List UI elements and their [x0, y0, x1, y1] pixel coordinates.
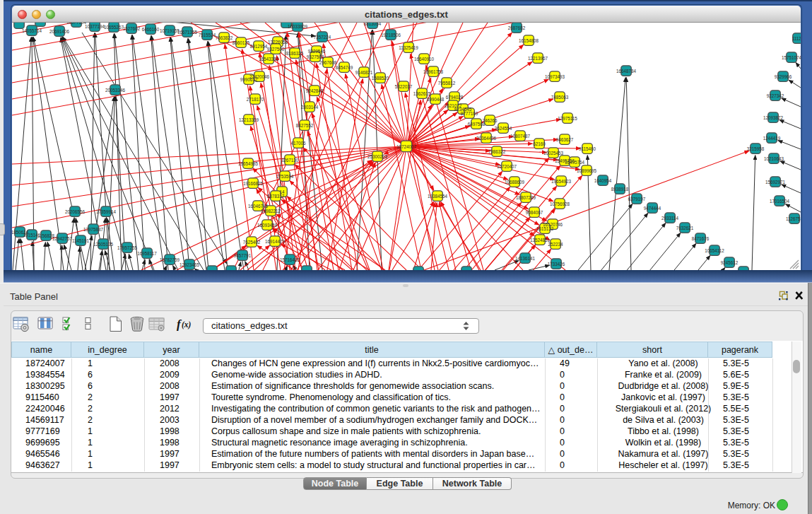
svg-text:16046745: 16046745 — [248, 204, 269, 209]
svg-text:12942757: 12942757 — [52, 236, 73, 241]
svg-text:417006: 417006 — [290, 141, 306, 146]
svg-text:1753594: 1753594 — [276, 174, 294, 179]
svg-text:8454749: 8454749 — [336, 65, 353, 70]
svg-text:16640910: 16640910 — [414, 57, 435, 62]
svg-text:15720407: 15720407 — [497, 164, 517, 169]
svg-text:25300203: 25300203 — [367, 154, 388, 159]
svg-text:9463627: 9463627 — [556, 137, 574, 142]
svg-text:1145191: 1145191 — [72, 238, 90, 243]
svg-text:10899695: 10899695 — [577, 168, 597, 173]
svg-text:14055714: 14055714 — [22, 28, 42, 33]
svg-text:10377194: 10377194 — [66, 23, 87, 25]
svg-text:16033809: 16033809 — [288, 24, 308, 29]
svg-text:12213369: 12213369 — [239, 117, 259, 122]
svg-text:7663822: 7663822 — [216, 35, 233, 40]
svg-text:8878317: 8878317 — [267, 194, 285, 199]
svg-text:6794028: 6794028 — [446, 95, 464, 100]
svg-text:16648784: 16648784 — [616, 69, 637, 74]
svg-text:8471676: 8471676 — [692, 236, 710, 241]
svg-text:19166825: 19166825 — [243, 181, 264, 186]
svg-text:15751074: 15751074 — [782, 55, 801, 60]
svg-text:62160: 62160 — [533, 141, 546, 146]
svg-text:11325419: 11325419 — [399, 45, 418, 50]
svg-text:9777169: 9777169 — [461, 111, 478, 116]
svg-text:1244419: 1244419 — [763, 136, 781, 141]
svg-text:20206556: 20206556 — [65, 209, 86, 214]
svg-text:16093459: 16093459 — [257, 223, 278, 228]
svg-text:16543382: 16543382 — [259, 57, 279, 62]
svg-text:7625402: 7625402 — [243, 240, 261, 245]
svg-text:6379197: 6379197 — [628, 197, 646, 201]
svg-text:11128: 11128 — [792, 36, 801, 41]
svg-text:12505135: 12505135 — [93, 242, 114, 247]
svg-text:12213967: 12213967 — [528, 56, 548, 61]
svg-text:15692971: 15692971 — [765, 180, 786, 185]
svg-text:1588520: 1588520 — [372, 76, 389, 81]
svg-text:19218506: 19218506 — [381, 33, 401, 37]
svg-text:2967608: 2967608 — [319, 60, 337, 65]
svg-text:10025453: 10025453 — [543, 151, 564, 156]
svg-text:7955812: 7955812 — [438, 81, 456, 86]
svg-text:16671355: 16671355 — [177, 30, 198, 35]
svg-text:9990612: 9990612 — [240, 77, 258, 82]
svg-text:746266: 746266 — [482, 118, 498, 123]
svg-text:9084067: 9084067 — [526, 210, 543, 215]
svg-text:1733426: 1733426 — [548, 262, 565, 267]
svg-text:3624554: 3624554 — [495, 126, 512, 131]
svg-text:10377194: 10377194 — [85, 24, 105, 29]
svg-text:12093872: 12093872 — [763, 115, 784, 120]
svg-text:19384554: 19384554 — [428, 194, 448, 199]
svg-text:8660125: 8660125 — [233, 40, 250, 45]
svg-text:8990448: 8990448 — [427, 97, 445, 102]
svg-text:8427552: 8427552 — [296, 123, 314, 128]
svg-text:9329546: 9329546 — [308, 49, 326, 54]
svg-text:8912954: 8912954 — [250, 44, 268, 49]
svg-text:12975115: 12975115 — [558, 116, 577, 121]
svg-text:18724007: 18724007 — [396, 144, 417, 149]
svg-text:16914479: 16914479 — [265, 239, 286, 244]
svg-text:7632621: 7632621 — [676, 226, 694, 230]
svg-text:17359914: 17359914 — [96, 209, 117, 214]
svg-text:252234: 252234 — [548, 242, 563, 247]
svg-text:20053346: 20053346 — [105, 88, 126, 93]
svg-text:10655267: 10655267 — [104, 25, 124, 30]
svg-text:18807249: 18807249 — [516, 195, 536, 200]
svg-text:14136141: 14136141 — [515, 256, 536, 261]
svg-text:3267130: 3267130 — [281, 158, 299, 163]
svg-text:13226058: 13226058 — [268, 40, 288, 45]
svg-text:2933114: 2933114 — [661, 216, 679, 221]
svg-text:7986322: 7986322 — [488, 149, 506, 154]
svg-text:12923465: 12923465 — [180, 262, 200, 267]
svg-text:20364436: 20364436 — [476, 136, 497, 141]
svg-text:1640954: 1640954 — [594, 178, 612, 183]
svg-text:9242848: 9242848 — [306, 88, 324, 93]
svg-text:17016504: 17016504 — [770, 199, 790, 204]
svg-text:9327500: 9327500 — [267, 47, 285, 52]
svg-text:13975887: 13975887 — [83, 227, 104, 232]
svg-text:3215958: 3215958 — [747, 146, 765, 151]
svg-text:20691406: 20691406 — [49, 29, 70, 34]
svg-text:16782759: 16782759 — [160, 257, 180, 262]
svg-text:7515524: 7515524 — [199, 33, 216, 37]
svg-text:5322037: 5322037 — [395, 84, 413, 89]
svg-text:10973493: 10973493 — [545, 74, 565, 79]
svg-text:10807487: 10807487 — [510, 134, 531, 139]
svg-text:2687682: 2687682 — [508, 25, 526, 30]
svg-text:10688609: 10688609 — [505, 180, 525, 185]
svg-text:8813054: 8813054 — [364, 23, 382, 26]
svg-text:16961758: 16961758 — [423, 69, 444, 74]
svg-text:9245612: 9245612 — [721, 260, 739, 265]
svg-text:19654985: 19654985 — [238, 161, 259, 166]
svg-text:17957255: 17957255 — [117, 245, 138, 250]
svg-text:9227342: 9227342 — [767, 93, 784, 98]
svg-text:9457791: 9457791 — [234, 253, 252, 258]
svg-text:6466160: 6466160 — [142, 27, 160, 32]
svg-text:2718170: 2718170 — [247, 97, 264, 102]
svg-text:(x): (x) — [182, 320, 192, 329]
svg-text:13524851: 13524851 — [530, 238, 551, 243]
svg-text:9327508: 9327508 — [307, 54, 324, 59]
svg-text:2803144: 2803144 — [301, 105, 319, 110]
svg-text:10756928: 10756928 — [550, 201, 570, 206]
svg-text:1527602: 1527602 — [123, 26, 141, 31]
svg-text:9146821: 9146821 — [355, 70, 373, 75]
